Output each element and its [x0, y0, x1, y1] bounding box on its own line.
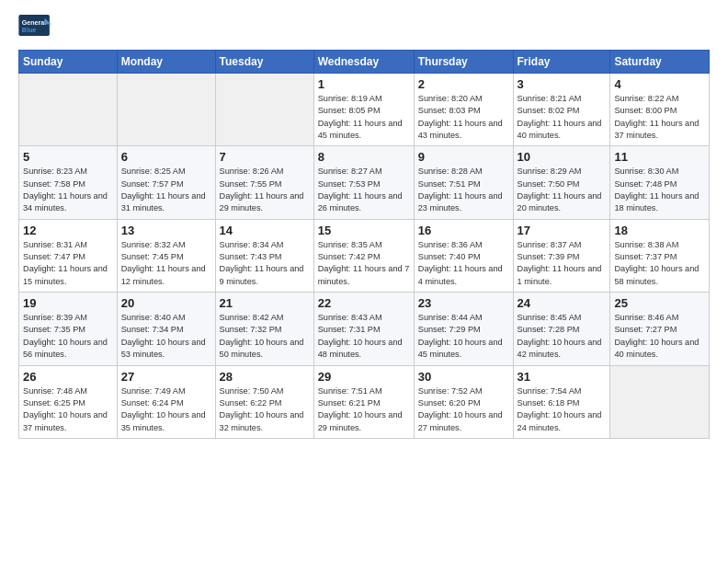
day-number: 14: [220, 224, 310, 237]
day-number: 5: [23, 150, 113, 164]
calendar-day-cell: 14 Sunrise: 8:34 AMSunset: 7:43 PMDaylig…: [215, 219, 313, 292]
day-number: 10: [518, 150, 607, 164]
day-info: Sunrise: 8:34 AMSunset: 7:43 PMDaylight:…: [220, 240, 304, 286]
day-number: 11: [614, 150, 705, 164]
day-info: Sunrise: 8:42 AMSunset: 7:32 PMDaylight:…: [220, 313, 304, 359]
day-number: 9: [418, 150, 509, 164]
weekday-header-cell: Friday: [513, 51, 610, 74]
day-number: 4: [614, 77, 705, 91]
day-info: Sunrise: 7:50 AMSunset: 6:22 PMDaylight:…: [220, 386, 304, 432]
day-number: 29: [318, 370, 410, 384]
day-info: Sunrise: 8:35 AMSunset: 7:42 PMDaylight:…: [318, 240, 410, 286]
svg-text:General: General: [22, 19, 46, 26]
day-number: 25: [614, 296, 705, 310]
day-number: 28: [220, 370, 310, 384]
calendar-day-cell: 28 Sunrise: 7:50 AMSunset: 6:22 PMDaylig…: [215, 365, 313, 438]
day-info: Sunrise: 8:40 AMSunset: 7:34 PMDaylight:…: [121, 313, 206, 359]
day-info: Sunrise: 7:48 AMSunset: 6:25 PMDaylight:…: [23, 386, 108, 432]
day-number: 12: [23, 224, 113, 237]
day-info: Sunrise: 8:39 AMSunset: 7:35 PMDaylight:…: [23, 313, 108, 359]
svg-text:Blue: Blue: [22, 27, 36, 33]
day-number: 19: [23, 296, 113, 310]
calendar-day-cell: 15 Sunrise: 8:35 AMSunset: 7:42 PMDaylig…: [313, 219, 414, 292]
day-info: Sunrise: 8:45 AMSunset: 7:28 PMDaylight:…: [518, 313, 602, 359]
calendar-day-cell: 17 Sunrise: 8:37 AMSunset: 7:39 PMDaylig…: [513, 219, 610, 292]
day-info: Sunrise: 7:49 AMSunset: 6:24 PMDaylight:…: [121, 386, 206, 432]
day-number: 16: [418, 224, 509, 237]
day-info: Sunrise: 8:38 AMSunset: 7:37 PMDaylight:…: [614, 240, 699, 286]
weekday-header-cell: Saturday: [610, 51, 710, 74]
calendar-body: 1 Sunrise: 8:19 AMSunset: 8:05 PMDayligh…: [19, 74, 710, 439]
calendar-day-cell: [215, 74, 313, 146]
day-info: Sunrise: 8:36 AMSunset: 7:40 PMDaylight:…: [418, 240, 503, 286]
calendar-day-cell: 6 Sunrise: 8:25 AMSunset: 7:57 PMDayligh…: [117, 146, 215, 219]
calendar-day-cell: 5 Sunrise: 8:23 AMSunset: 7:58 PMDayligh…: [19, 146, 118, 219]
day-number: 22: [318, 296, 410, 310]
day-number: 20: [121, 296, 211, 310]
day-info: Sunrise: 8:19 AMSunset: 8:05 PMDaylight:…: [318, 94, 403, 140]
calendar-day-cell: 10 Sunrise: 8:29 AMSunset: 7:50 PMDaylig…: [513, 146, 610, 219]
calendar-day-cell: 30 Sunrise: 7:52 AMSunset: 6:20 PMDaylig…: [414, 365, 513, 438]
calendar-day-cell: 31 Sunrise: 7:54 AMSunset: 6:18 PMDaylig…: [513, 365, 610, 438]
calendar-day-cell: 25 Sunrise: 8:46 AMSunset: 7:27 PMDaylig…: [610, 293, 710, 365]
day-number: 30: [418, 370, 509, 384]
day-number: 21: [220, 296, 310, 310]
day-number: 3: [518, 77, 607, 91]
day-number: 17: [518, 224, 607, 237]
day-number: 2: [418, 77, 509, 91]
calendar-day-cell: 4 Sunrise: 8:22 AMSunset: 8:00 PMDayligh…: [610, 74, 710, 146]
calendar-day-cell: [610, 365, 710, 438]
day-info: Sunrise: 8:21 AMSunset: 8:02 PMDaylight:…: [518, 94, 602, 140]
day-number: 31: [518, 370, 607, 384]
calendar-day-cell: 19 Sunrise: 8:39 AMSunset: 7:35 PMDaylig…: [19, 293, 118, 365]
calendar-week-row: 19 Sunrise: 8:39 AMSunset: 7:35 PMDaylig…: [19, 293, 710, 365]
weekday-header-cell: Wednesday: [313, 51, 414, 74]
day-info: Sunrise: 8:30 AMSunset: 7:48 PMDaylight:…: [614, 167, 699, 213]
calendar-day-cell: 21 Sunrise: 8:42 AMSunset: 7:32 PMDaylig…: [215, 293, 313, 365]
calendar-day-cell: 3 Sunrise: 8:21 AMSunset: 8:02 PMDayligh…: [513, 74, 610, 146]
calendar-week-row: 5 Sunrise: 8:23 AMSunset: 7:58 PMDayligh…: [19, 146, 710, 219]
day-info: Sunrise: 8:29 AMSunset: 7:50 PMDaylight:…: [518, 167, 602, 213]
weekday-header-cell: Tuesday: [215, 51, 313, 74]
day-info: Sunrise: 8:22 AMSunset: 8:00 PMDaylight:…: [614, 94, 699, 140]
day-info: Sunrise: 7:51 AMSunset: 6:21 PMDaylight:…: [318, 386, 403, 432]
day-number: 8: [318, 150, 410, 164]
day-info: Sunrise: 8:44 AMSunset: 7:29 PMDaylight:…: [418, 313, 503, 359]
calendar-day-cell: 16 Sunrise: 8:36 AMSunset: 7:40 PMDaylig…: [414, 219, 513, 292]
day-info: Sunrise: 8:23 AMSunset: 7:58 PMDaylight:…: [23, 167, 108, 213]
day-info: Sunrise: 7:54 AMSunset: 6:18 PMDaylight:…: [518, 386, 602, 432]
calendar-day-cell: 1 Sunrise: 8:19 AMSunset: 8:05 PMDayligh…: [313, 74, 414, 146]
header: General Blue: [18, 15, 710, 42]
day-number: 27: [121, 370, 211, 384]
day-info: Sunrise: 8:20 AMSunset: 8:03 PMDaylight:…: [418, 94, 503, 140]
day-info: Sunrise: 7:52 AMSunset: 6:20 PMDaylight:…: [418, 386, 503, 432]
day-number: 23: [418, 296, 509, 310]
calendar-day-cell: 12 Sunrise: 8:31 AMSunset: 7:47 PMDaylig…: [19, 219, 118, 292]
calendar-week-row: 1 Sunrise: 8:19 AMSunset: 8:05 PMDayligh…: [19, 74, 710, 146]
calendar-day-cell: [117, 74, 215, 146]
day-info: Sunrise: 8:26 AMSunset: 7:55 PMDaylight:…: [220, 167, 304, 213]
day-info: Sunrise: 8:25 AMSunset: 7:57 PMDaylight:…: [121, 167, 206, 213]
calendar-day-cell: 9 Sunrise: 8:28 AMSunset: 7:51 PMDayligh…: [414, 146, 513, 219]
weekday-header-cell: Thursday: [414, 51, 513, 74]
weekday-header-row: SundayMondayTuesdayWednesdayThursdayFrid…: [19, 51, 710, 74]
day-number: 7: [220, 150, 310, 164]
day-number: 26: [23, 370, 113, 384]
day-info: Sunrise: 8:27 AMSunset: 7:53 PMDaylight:…: [318, 167, 403, 213]
calendar-day-cell: 23 Sunrise: 8:44 AMSunset: 7:29 PMDaylig…: [414, 293, 513, 365]
weekday-header-cell: Sunday: [19, 51, 118, 74]
calendar-day-cell: 20 Sunrise: 8:40 AMSunset: 7:34 PMDaylig…: [117, 293, 215, 365]
calendar-day-cell: 27 Sunrise: 7:49 AMSunset: 6:24 PMDaylig…: [117, 365, 215, 438]
calendar-table: SundayMondayTuesdayWednesdayThursdayFrid…: [18, 50, 710, 439]
calendar-day-cell: 11 Sunrise: 8:30 AMSunset: 7:48 PMDaylig…: [610, 146, 710, 219]
calendar-week-row: 12 Sunrise: 8:31 AMSunset: 7:47 PMDaylig…: [19, 219, 710, 292]
calendar-day-cell: 29 Sunrise: 7:51 AMSunset: 6:21 PMDaylig…: [313, 365, 414, 438]
day-number: 6: [121, 150, 211, 164]
day-info: Sunrise: 8:28 AMSunset: 7:51 PMDaylight:…: [418, 167, 503, 213]
day-number: 24: [518, 296, 607, 310]
logo: General Blue: [18, 15, 53, 42]
calendar-day-cell: 24 Sunrise: 8:45 AMSunset: 7:28 PMDaylig…: [513, 293, 610, 365]
day-info: Sunrise: 8:32 AMSunset: 7:45 PMDaylight:…: [121, 240, 206, 286]
day-info: Sunrise: 8:37 AMSunset: 7:39 PMDaylight:…: [518, 240, 602, 286]
day-number: 1: [318, 77, 410, 91]
